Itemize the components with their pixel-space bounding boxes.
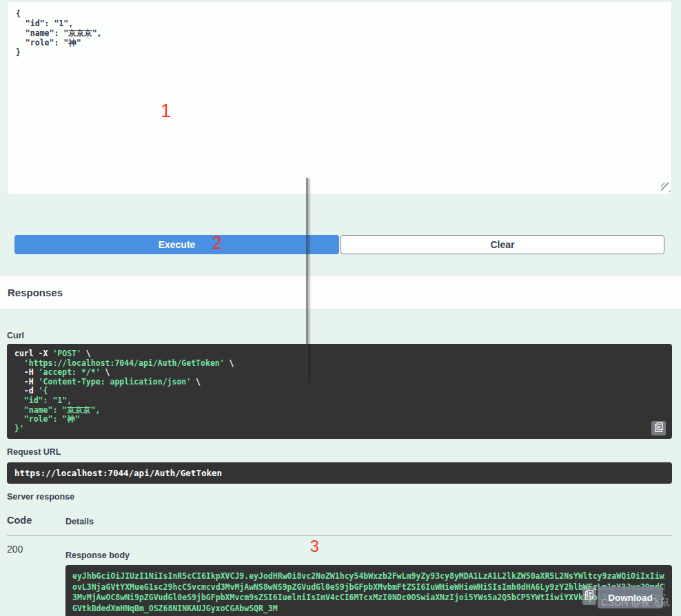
step-annotation-3: 3 bbox=[310, 537, 319, 556]
request-url-label: Request URL bbox=[7, 447, 61, 457]
response-body-label: Response body bbox=[65, 551, 130, 560]
details-column-header: Details bbox=[65, 517, 94, 526]
curl-label: Curl bbox=[7, 331, 24, 340]
swagger-operation-panel: { "id": "1", "name": "京京京", "role": "神" … bbox=[0, 0, 681, 616]
responses-section-header: Responses bbox=[0, 275, 681, 309]
clipboard-icon bbox=[655, 422, 663, 434]
table-divider bbox=[7, 535, 672, 536]
curl-command: curl -X 'POST' \ 'https://localhost:7044… bbox=[7, 344, 672, 439]
copy-curl-button[interactable] bbox=[651, 421, 666, 435]
code-column-header: Code bbox=[7, 515, 32, 526]
request-body-editor[interactable]: { "id": "1", "name": "京京京", "role": "神" … bbox=[7, 1, 672, 195]
textarea-resize-grip[interactable] bbox=[661, 183, 671, 192]
responses-title: Responses bbox=[8, 287, 63, 298]
request-url-value: https://localhost:7044/api/Auth/GetToken bbox=[7, 462, 672, 484]
watermark: CSDN @夜飞鼠 bbox=[601, 597, 670, 609]
step-annotation-1: 1 bbox=[161, 101, 171, 122]
status-code: 200 bbox=[7, 544, 23, 555]
clipboard-icon bbox=[585, 590, 593, 602]
execute-button[interactable]: Execute bbox=[14, 235, 339, 254]
response-body-code: eyJhbGciOiJIUzI1NiIsInR5cCI6IkpXVCJ9.eyJ… bbox=[65, 565, 672, 616]
server-response-label: Server response bbox=[7, 492, 74, 502]
copy-response-button[interactable] bbox=[582, 586, 596, 605]
clear-button[interactable]: Clear bbox=[340, 235, 664, 254]
annotation-pointer-line bbox=[306, 178, 308, 382]
step-annotation-2: 2 bbox=[212, 233, 222, 253]
